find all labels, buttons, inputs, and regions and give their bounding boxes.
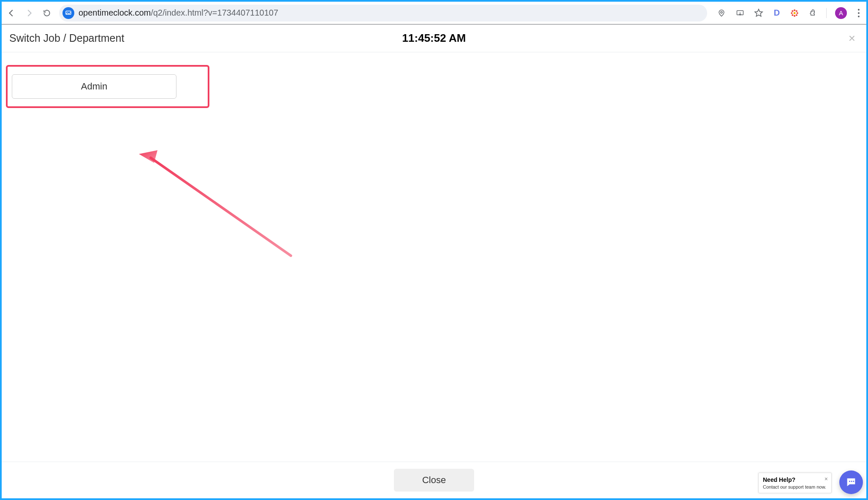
svg-point-7 xyxy=(797,12,798,14)
svg-point-8 xyxy=(792,10,793,12)
bookmark-star-icon[interactable] xyxy=(754,8,764,18)
job-option-admin[interactable]: Admin xyxy=(12,74,176,99)
toolbar-divider xyxy=(826,8,827,18)
page-content: Switch Job / Department 11:45:52 AM × Ad… xyxy=(2,24,866,498)
dialog-title: Switch Job / Department xyxy=(9,32,124,44)
back-button[interactable] xyxy=(7,8,16,18)
svg-point-15 xyxy=(853,481,854,482)
close-button[interactable]: Close xyxy=(394,469,474,492)
nav-controls xyxy=(7,8,52,18)
current-time: 11:45:52 AM xyxy=(402,32,466,45)
svg-point-11 xyxy=(796,14,797,16)
svg-point-6 xyxy=(791,12,792,14)
url-domain: opentimeclock.com xyxy=(79,8,151,17)
annotation-arrow xyxy=(139,150,299,260)
location-icon[interactable] xyxy=(716,8,727,18)
dialog-close-icon[interactable]: × xyxy=(846,32,858,44)
help-popup-close-icon[interactable]: × xyxy=(825,476,828,482)
svg-marker-12 xyxy=(139,150,157,163)
install-icon[interactable] xyxy=(735,8,745,18)
chat-widget-button[interactable] xyxy=(839,470,863,494)
extension-d-icon[interactable]: D xyxy=(772,8,781,18)
dialog-body: Admin xyxy=(2,52,866,465)
svg-point-10 xyxy=(792,14,793,16)
dialog-header: Switch Job / Department 11:45:52 AM × xyxy=(2,24,866,52)
annotation-highlight-box: Admin xyxy=(6,65,209,108)
url-text: opentimeclock.com/q2/index.html?v=173440… xyxy=(79,8,278,18)
forward-button[interactable] xyxy=(24,8,34,18)
svg-point-1 xyxy=(721,11,722,13)
svg-point-5 xyxy=(794,15,795,16)
extension-flower-icon[interactable] xyxy=(790,8,799,18)
profile-avatar[interactable]: A xyxy=(835,7,847,19)
svg-point-13 xyxy=(849,481,850,482)
browser-toolbar: opentimeclock.com/q2/index.html?v=173440… xyxy=(2,2,866,24)
site-info-icon[interactable] xyxy=(62,7,74,19)
help-popup-title: Need Help? xyxy=(763,476,827,483)
browser-menu-icon[interactable] xyxy=(855,9,862,17)
help-popup: × Need Help? Contact our support team no… xyxy=(758,473,832,493)
reload-button[interactable] xyxy=(42,8,52,18)
svg-point-3 xyxy=(794,12,796,14)
url-path: /q2/index.html?v=1734407110107 xyxy=(151,8,278,17)
toolbar-right: D A xyxy=(716,7,862,19)
svg-point-4 xyxy=(794,9,795,11)
dialog-footer: Close xyxy=(2,462,866,498)
svg-point-14 xyxy=(851,481,852,482)
extensions-puzzle-icon[interactable] xyxy=(808,8,818,18)
address-bar[interactable]: opentimeclock.com/q2/index.html?v=173440… xyxy=(59,5,707,22)
help-popup-subtitle: Contact our support team now. xyxy=(763,484,827,489)
svg-point-9 xyxy=(796,10,797,12)
